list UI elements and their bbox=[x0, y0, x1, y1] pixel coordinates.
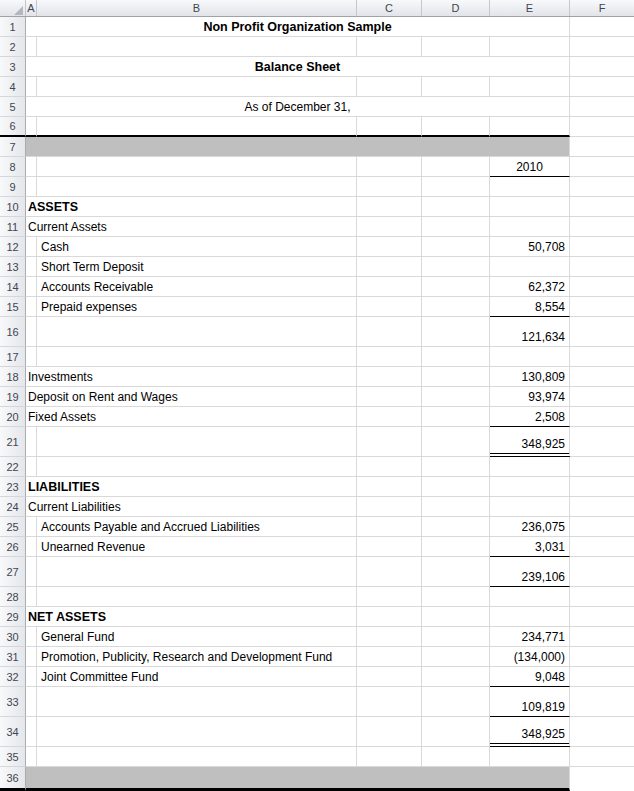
cell-D27[interactable] bbox=[422, 557, 490, 587]
cell-D6[interactable] bbox=[422, 117, 490, 137]
row-header-17[interactable]: 17 bbox=[0, 347, 26, 367]
cell-E35[interactable] bbox=[490, 747, 570, 767]
cell-A24[interactable]: Current Liabilities bbox=[26, 497, 357, 517]
cell-B34[interactable] bbox=[37, 717, 357, 747]
cell-A30[interactable] bbox=[26, 627, 37, 647]
cell-E32[interactable]: 9,048 bbox=[490, 667, 570, 687]
cell-F4[interactable] bbox=[570, 77, 634, 97]
row-header-9[interactable]: 9 bbox=[0, 177, 26, 197]
row-header-20[interactable]: 20 bbox=[0, 407, 26, 427]
cell-C31[interactable] bbox=[357, 647, 422, 667]
row-header-16[interactable]: 16 bbox=[0, 317, 26, 347]
cell-E22[interactable] bbox=[490, 457, 570, 477]
cell-F10[interactable] bbox=[570, 197, 634, 217]
cell-C33[interactable] bbox=[357, 687, 422, 717]
cell-F23[interactable] bbox=[570, 477, 634, 497]
gray-band-row-36[interactable] bbox=[26, 767, 570, 791]
cell-E21[interactable]: 348,925 bbox=[490, 427, 570, 457]
cell-D28[interactable] bbox=[422, 587, 490, 607]
row-header-7[interactable]: 7 bbox=[0, 137, 26, 157]
cell-F18[interactable] bbox=[570, 367, 634, 387]
cell-F3[interactable] bbox=[570, 57, 634, 77]
cell-E33[interactable]: 109,819 bbox=[490, 687, 570, 717]
cell-E8[interactable]: 2010 bbox=[490, 157, 570, 177]
cell-D11[interactable] bbox=[422, 217, 490, 237]
row-header-36[interactable]: 36 bbox=[0, 767, 26, 791]
cell-D15[interactable] bbox=[422, 297, 490, 317]
cell-A15[interactable] bbox=[26, 297, 37, 317]
cell-D8[interactable] bbox=[422, 157, 490, 177]
row-header-4[interactable]: 4 bbox=[0, 77, 26, 97]
cell-F22[interactable] bbox=[570, 457, 634, 477]
row-header-11[interactable]: 11 bbox=[0, 217, 26, 237]
cell-F36[interactable] bbox=[570, 767, 634, 791]
cell-D9[interactable] bbox=[422, 177, 490, 197]
cell-D22[interactable] bbox=[422, 457, 490, 477]
cell-D32[interactable] bbox=[422, 667, 490, 687]
cell-B16[interactable] bbox=[37, 317, 357, 347]
cell-A1-E1-merged[interactable]: Non Profit Organization Sample bbox=[26, 17, 570, 37]
cell-D4[interactable] bbox=[422, 77, 490, 97]
cell-C27[interactable] bbox=[357, 557, 422, 587]
cell-C18[interactable] bbox=[357, 367, 422, 387]
cell-F12[interactable] bbox=[570, 237, 634, 257]
cell-C34[interactable] bbox=[357, 717, 422, 747]
cell-C24[interactable] bbox=[357, 497, 422, 517]
row-header-29[interactable]: 29 bbox=[0, 607, 26, 627]
cell-F26[interactable] bbox=[570, 537, 634, 557]
cell-C4[interactable] bbox=[357, 77, 422, 97]
cell-F11[interactable] bbox=[570, 217, 634, 237]
cell-E2[interactable] bbox=[490, 37, 570, 57]
cell-C6[interactable] bbox=[357, 117, 422, 137]
row-header-2[interactable]: 2 bbox=[0, 37, 26, 57]
cell-F7[interactable] bbox=[570, 137, 634, 157]
cell-D34[interactable] bbox=[422, 717, 490, 747]
row-header-6[interactable]: 6 bbox=[0, 117, 26, 137]
cell-B25[interactable]: Accounts Payable and Accrued Liabilities bbox=[37, 517, 357, 537]
row-header-23[interactable]: 23 bbox=[0, 477, 26, 497]
cell-A16[interactable] bbox=[26, 317, 37, 347]
cell-F21[interactable] bbox=[570, 427, 634, 457]
cell-E18[interactable]: 130,809 bbox=[490, 367, 570, 387]
row-header-15[interactable]: 15 bbox=[0, 297, 26, 317]
cell-E4[interactable] bbox=[490, 77, 570, 97]
cell-C30[interactable] bbox=[357, 627, 422, 647]
cell-A12[interactable] bbox=[26, 237, 37, 257]
cell-F8[interactable] bbox=[570, 157, 634, 177]
cell-B4[interactable] bbox=[37, 77, 357, 97]
cell-E17[interactable] bbox=[490, 347, 570, 367]
cell-B13[interactable]: Short Term Deposit bbox=[37, 257, 357, 277]
row-header-28[interactable]: 28 bbox=[0, 587, 26, 607]
cell-F14[interactable] bbox=[570, 277, 634, 297]
cell-E20[interactable]: 2,508 bbox=[490, 407, 570, 427]
cell-A17[interactable] bbox=[26, 347, 37, 367]
cell-E16[interactable]: 121,634 bbox=[490, 317, 570, 347]
cell-B15[interactable]: Prepaid expenses bbox=[37, 297, 357, 317]
cell-E26[interactable]: 3,031 bbox=[490, 537, 570, 557]
cell-E34[interactable]: 348,925 bbox=[490, 717, 570, 747]
cell-B32[interactable]: Joint Committee Fund bbox=[37, 667, 357, 687]
cell-E23[interactable] bbox=[490, 477, 570, 497]
cell-F32[interactable] bbox=[570, 667, 634, 687]
cell-A26[interactable] bbox=[26, 537, 37, 557]
row-header-26[interactable]: 26 bbox=[0, 537, 26, 557]
cell-C17[interactable] bbox=[357, 347, 422, 367]
cell-B28[interactable] bbox=[37, 587, 357, 607]
cell-D29[interactable] bbox=[422, 607, 490, 627]
cell-F2[interactable] bbox=[570, 37, 634, 57]
cell-C21[interactable] bbox=[357, 427, 422, 457]
row-header-25[interactable]: 25 bbox=[0, 517, 26, 537]
cell-C10[interactable] bbox=[357, 197, 422, 217]
cell-A28[interactable] bbox=[26, 587, 37, 607]
cell-E12[interactable]: 50,708 bbox=[490, 237, 570, 257]
cell-B31[interactable]: Promotion, Publicity, Research and Devel… bbox=[37, 647, 357, 667]
cell-C26[interactable] bbox=[357, 537, 422, 557]
cell-B33[interactable] bbox=[37, 687, 357, 717]
row-header-19[interactable]: 19 bbox=[0, 387, 26, 407]
cell-D2[interactable] bbox=[422, 37, 490, 57]
cell-C25[interactable] bbox=[357, 517, 422, 537]
cell-F31[interactable] bbox=[570, 647, 634, 667]
cell-D10[interactable] bbox=[422, 197, 490, 217]
cell-D33[interactable] bbox=[422, 687, 490, 717]
cell-E6[interactable] bbox=[490, 117, 570, 137]
